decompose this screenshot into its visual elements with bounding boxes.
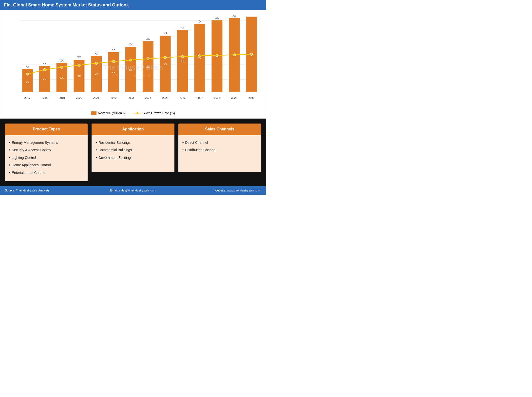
svg-point-64 (61, 66, 63, 68)
svg-text:m a r k e t   r e s e a r c h: m a r k e t r e s e a r c h (101, 73, 164, 77)
svg-text:2019: 2019 (59, 96, 65, 99)
list-item: Residential Buildings (95, 139, 170, 146)
chart-container: XX XX 2017 XX XX 2018 XX XX 2019 XX XX 2… (0, 10, 266, 119)
legend-revenue: Revenue (Million $) (91, 111, 126, 115)
svg-point-71 (181, 55, 184, 58)
page-footer: Source: Theindustrystats Analysis Email:… (0, 186, 266, 195)
product-types-header: Product Types (5, 124, 88, 135)
legend-line-icon (133, 111, 142, 115)
list-item: Government Buildings (95, 154, 170, 161)
svg-point-63 (43, 68, 46, 71)
svg-point-67 (112, 60, 115, 63)
svg-text:XX: XX (112, 48, 115, 51)
svg-text:2029: 2029 (231, 96, 237, 99)
svg-point-70 (164, 56, 167, 59)
svg-text:XX: XX (198, 20, 202, 23)
list-item: Security & Access Control (9, 146, 84, 154)
footer-website: Website: www.theindustrystats.com (176, 189, 261, 192)
svg-point-62 (26, 73, 29, 75)
svg-text:XX: XX (60, 76, 64, 79)
list-item: Energy Management Systems (9, 139, 84, 146)
svg-text:2022: 2022 (111, 96, 116, 99)
application-box: Application Residential Buildings Commer… (92, 124, 174, 181)
footer-email: Email: sales@theindustrystats.com (90, 189, 176, 192)
svg-point-79 (136, 112, 138, 114)
list-item: Distribution Channel (182, 146, 257, 154)
application-list: Residential Buildings Commercial Buildin… (95, 139, 170, 161)
product-types-box: Product Types Energy Management Systems … (5, 124, 88, 181)
svg-point-69 (147, 58, 149, 60)
svg-text:2020: 2020 (76, 96, 82, 99)
legend-bar-icon (91, 111, 96, 115)
svg-text:XX: XX (43, 78, 46, 81)
legend-growth: Y-oY Growth Rate (%) (133, 111, 175, 115)
list-item: Commercial Buildings (95, 146, 170, 154)
svg-point-66 (95, 62, 97, 64)
svg-text:XX: XX (181, 60, 184, 63)
list-item: Direct Channel (182, 139, 257, 146)
sales-channels-list: Direct Channel Distribution Channel (182, 139, 257, 154)
legend-bar-label: Revenue (Million $) (98, 111, 126, 115)
svg-text:2028: 2028 (214, 96, 220, 99)
svg-point-68 (130, 59, 132, 61)
svg-text:XX: XX (43, 62, 46, 65)
list-item: Lighting Control (9, 154, 84, 161)
svg-text:XX: XX (163, 32, 167, 35)
svg-text:2017: 2017 (24, 96, 30, 99)
sales-channels-body: Direct Channel Distribution Channel (178, 135, 261, 172)
svg-text:XX: XX (198, 57, 202, 60)
svg-text:2030: 2030 (248, 96, 254, 99)
svg-text:2025: 2025 (162, 96, 168, 99)
chart-svg: XX XX 2017 XX XX 2018 XX XX 2019 XX XX 2… (5, 15, 261, 109)
footer-source: Source: Theindustrystats Analysis (5, 189, 90, 192)
svg-point-73 (216, 54, 218, 57)
svg-text:XX: XX (60, 59, 64, 62)
svg-text:XX: XX (163, 63, 167, 66)
svg-text:XX: XX (95, 73, 98, 76)
product-types-body: Energy Management Systems Security & Acc… (5, 135, 88, 181)
svg-text:XX: XX (215, 16, 219, 19)
chart-area: XX XX 2017 XX XX 2018 XX XX 2019 XX XX 2… (5, 15, 261, 109)
svg-text:2026: 2026 (179, 96, 185, 99)
svg-text:2018: 2018 (41, 96, 47, 99)
svg-text:XX: XX (26, 81, 29, 84)
list-item: Home Appliances Control (9, 161, 84, 169)
svg-point-75 (250, 53, 253, 56)
svg-text:2021: 2021 (93, 96, 99, 99)
svg-text:XX: XX (77, 75, 81, 78)
svg-text:XX: XX (146, 37, 150, 40)
application-header: Application (92, 124, 174, 135)
svg-text:XX: XX (250, 15, 253, 16)
svg-text:2023: 2023 (128, 96, 134, 99)
legend-line-label: Y-oY Growth Rate (%) (143, 111, 175, 115)
svg-point-72 (198, 55, 201, 57)
svg-text:XX: XX (95, 52, 98, 55)
svg-text:2027: 2027 (197, 96, 203, 99)
svg-text:XX: XX (181, 26, 184, 29)
page-header: Fig. Global Smart Home System Market Sta… (0, 0, 266, 10)
application-body: Residential Buildings Commercial Buildin… (92, 135, 174, 172)
product-types-list: Energy Management Systems Security & Acc… (9, 139, 84, 176)
svg-text:XX: XX (232, 15, 236, 17)
svg-text:XX: XX (77, 56, 81, 59)
list-item: Entertainment Control (9, 169, 84, 176)
sales-channels-header: Sales Channels (178, 124, 261, 135)
svg-text:XX: XX (26, 65, 29, 68)
header-title: Fig. Global Smart Home System Market Sta… (4, 2, 129, 7)
sales-channels-box: Sales Channels Direct Channel Distributi… (178, 124, 261, 181)
svg-point-65 (78, 64, 80, 66)
svg-text:XX: XX (129, 43, 133, 46)
svg-text:The Industry Stats: The Industry Stats (103, 63, 163, 71)
chart-legend: Revenue (Million $) Y-oY Growth Rate (%) (5, 111, 261, 115)
svg-text:2024: 2024 (145, 96, 151, 99)
bottom-section: Product Types Energy Management Systems … (0, 119, 266, 186)
svg-point-74 (233, 54, 235, 56)
